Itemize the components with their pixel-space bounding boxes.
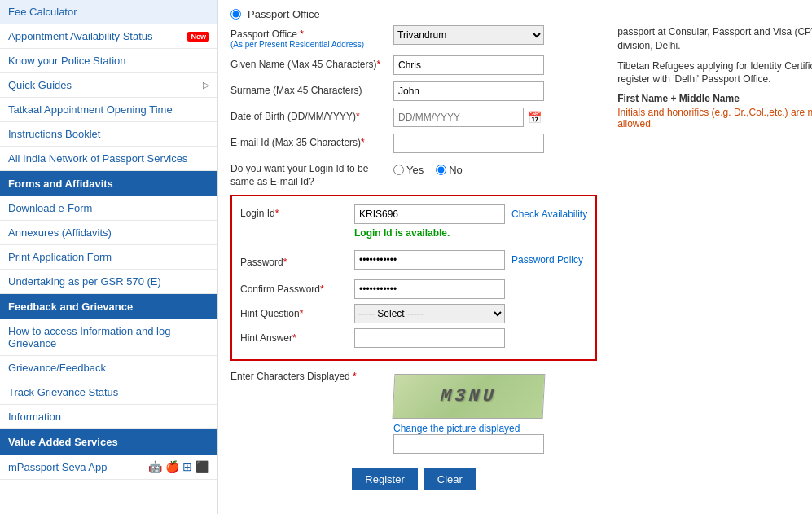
email-input-wrapper: [393, 134, 597, 153]
tibetan-info-text: Tibetan Refugees applying for Identity C…: [617, 59, 812, 87]
email-label: E-mail Id (Max 35 Characters)*: [230, 134, 393, 148]
chevron-right-icon: ▷: [203, 80, 209, 90]
passport-office-field-label: Passport Office * (As per Present Reside…: [230, 25, 393, 49]
sidebar-item-label: Information: [8, 411, 61, 423]
section-header-value-added: Value Added Services: [0, 429, 217, 455]
given-name-label: Given Name (Max 45 Characters)*: [230, 55, 393, 70]
sidebar-item-label: How to access Information and log Grieva…: [8, 325, 209, 349]
sidebar-item-know-police-station[interactable]: Know your Police Station: [0, 49, 217, 73]
check-availability-link[interactable]: Check Availability: [511, 209, 587, 220]
dob-input-wrapper: 📅: [393, 108, 597, 127]
hint-answer-input[interactable]: [354, 328, 505, 348]
surname-label: Surname (Max 45 Characters): [230, 81, 393, 96]
sidebar-item-grievance-feedback[interactable]: Grievance/Feedback: [0, 356, 217, 380]
passport-office-radio-row: Passport Office: [230, 8, 800, 20]
new-badge: New: [187, 32, 209, 42]
login-id-section: Login Id* Check Availability Login Id is…: [240, 204, 587, 245]
passport-office-select[interactable]: Trivandrum: [393, 25, 544, 45]
hint-answer-label: Hint Answer*: [240, 332, 354, 344]
sidebar-item-label: Appointment Availability Status: [8, 30, 153, 42]
sidebar-item-mpassport[interactable]: mPassport Seva App 🤖 🍎 ⊞ ⬛: [0, 455, 217, 480]
yes-label: Yes: [393, 164, 424, 176]
sidebar-item-instructions[interactable]: Instructions Booklet: [0, 122, 217, 147]
sidebar-item-how-to-access[interactable]: How to access Information and log Grieva…: [0, 319, 217, 356]
passport-office-row: Passport Office * (As per Present Reside…: [230, 25, 597, 49]
surname-input-wrapper: [393, 81, 597, 101]
main-content: Passport Office Passport Office * (As pe…: [218, 0, 812, 514]
given-name-input-wrapper: [393, 55, 597, 75]
password-section: Password* Password Policy: [240, 250, 587, 275]
section-header-forms: Forms and Affidavits: [0, 171, 217, 196]
sidebar-item-label: Undertaking as per GSR 570 (E): [8, 275, 161, 288]
confirm-password-label: Confirm Password*: [240, 283, 354, 295]
sidebar-item-label: Know your Police Station: [8, 55, 126, 67]
name-hint-text: Initials and honorifics (e.g. Dr.,Col.,e…: [617, 107, 812, 130]
sidebar-item-label: Fee Calculator: [8, 6, 77, 18]
sidebar-item-appointment-availability[interactable]: Appointment Availability Status New: [0, 24, 217, 49]
sidebar-item-information[interactable]: Information: [0, 405, 217, 429]
sidebar-item-label: Grievance/Feedback: [8, 362, 106, 374]
hint-answer-section: Hint Answer*: [240, 328, 587, 348]
hint-question-label: Hint Question*: [240, 308, 354, 319]
sidebar-item-tatkaal[interactable]: Tatkaal Appointment Opening Time: [0, 98, 217, 122]
password-field-label: Password*: [240, 257, 354, 268]
sidebar-item-download-eform[interactable]: Download e-Form: [0, 196, 217, 221]
sidebar-item-print-application[interactable]: Print Application Form: [0, 245, 217, 270]
form-buttons: Register Clear: [230, 462, 597, 497]
passport-office-radio[interactable]: [230, 9, 241, 20]
clear-button[interactable]: Clear: [424, 468, 476, 490]
captcha-row: Enter Characters Displayed * M3NU Change…: [230, 367, 597, 454]
sidebar-item-quick-guides[interactable]: Quick Guides ▷: [0, 73, 217, 98]
login-id-available-text: Login Id is available.: [354, 227, 587, 239]
login-section-box: Login Id* Check Availability Login Id is…: [230, 195, 597, 361]
sidebar-item-label: Instructions Booklet: [8, 128, 100, 140]
captcha-input[interactable]: [393, 434, 544, 454]
sidebar-item-all-india[interactable]: All India Network of Passport Services: [0, 147, 217, 171]
passport-info-text: passport at Consular, Passport and Visa …: [617, 25, 812, 53]
app-icons: 🤖 🍎 ⊞ ⬛: [148, 460, 209, 473]
captcha-image: M3NU: [393, 374, 546, 419]
sidebar-item-label: Tatkaal Appointment Opening Time: [8, 103, 173, 116]
dob-input[interactable]: [393, 108, 524, 127]
login-id-input-area: Check Availability Login Id is available…: [354, 204, 587, 245]
sidebar-item-label: Print Application Form: [8, 251, 112, 263]
email-row: E-mail Id (Max 35 Characters)*: [230, 134, 597, 153]
login-id-field-label: Login Id*: [240, 204, 354, 219]
login-same-email-label: Do you want your Login Id to be same as …: [230, 160, 393, 188]
given-name-row: Given Name (Max 45 Characters)*: [230, 55, 597, 75]
sidebar-item-fee-calculator[interactable]: Fee Calculator: [0, 0, 217, 24]
right-info-panel: passport at Consular, Passport and Visa …: [605, 25, 812, 497]
captcha-area: M3NU Change the picture displayed: [393, 374, 597, 454]
email-input[interactable]: [393, 134, 544, 153]
no-radio[interactable]: [436, 165, 446, 175]
login-same-email-row: Do you want your Login Id to be same as …: [230, 160, 597, 188]
sidebar-item-track-grievance[interactable]: Track Grievance Status: [0, 380, 217, 405]
yes-radio[interactable]: [393, 165, 404, 175]
sidebar-item-label: mPassport Seva App: [8, 461, 107, 473]
hint-question-select[interactable]: ----- Select -----: [354, 304, 505, 323]
register-button[interactable]: Register: [352, 468, 417, 490]
sidebar-item-label: Track Grievance Status: [8, 386, 118, 398]
confirm-password-input[interactable]: [354, 279, 505, 299]
name-hint-title: First Name + Middle Name: [617, 93, 812, 104]
sidebar-item-undertaking[interactable]: Undertaking as per GSR 570 (E): [0, 270, 217, 294]
sidebar: Fee Calculator Appointment Availability …: [0, 0, 218, 514]
calendar-icon[interactable]: 📅: [528, 111, 542, 124]
no-label: No: [436, 164, 463, 176]
sidebar-item-label: Download e-Form: [8, 202, 92, 214]
change-picture-link[interactable]: Change the picture displayed: [393, 423, 520, 434]
surname-input[interactable]: [393, 81, 544, 101]
password-input[interactable]: [354, 250, 505, 270]
sidebar-item-annexures[interactable]: Annexures (Affidavits): [0, 221, 217, 245]
yes-no-wrapper: Yes No: [393, 160, 597, 180]
password-input-area: Password Policy: [354, 250, 583, 270]
login-id-input[interactable]: [354, 204, 505, 224]
password-policy-link[interactable]: Password Policy: [511, 254, 583, 266]
dob-label: Date of Birth (DD/MM/YYYY)*: [230, 108, 393, 122]
passport-office-radio-label: Passport Office: [248, 8, 320, 20]
dob-row: Date of Birth (DD/MM/YYYY)* 📅: [230, 108, 597, 127]
sidebar-item-label: All India Network of Passport Services: [8, 152, 187, 165]
sidebar-item-label: Quick Guides: [8, 79, 72, 91]
section-header-feedback: Feedback and Grievance: [0, 294, 217, 319]
given-name-input[interactable]: [393, 55, 544, 75]
